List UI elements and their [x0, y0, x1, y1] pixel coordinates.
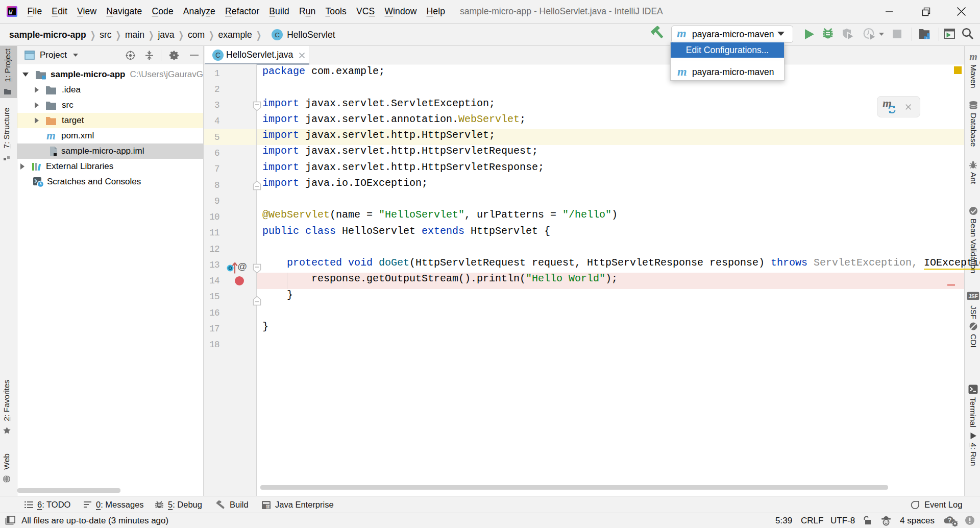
svg-text:?: ? [948, 517, 951, 524]
svg-text:JSF: JSF [969, 294, 978, 299]
svg-text:IJ: IJ [9, 9, 13, 14]
svg-text:EE: EE [266, 505, 271, 508]
